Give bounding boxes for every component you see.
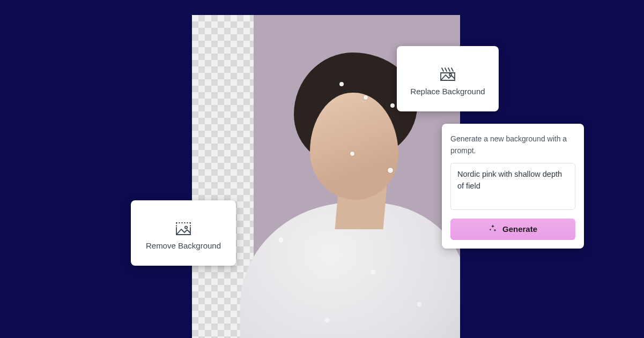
svg-point-1 [185, 226, 187, 228]
svg-point-2 [449, 73, 451, 76]
remove-background-card[interactable]: Remove Background [131, 200, 236, 266]
generate-button[interactable]: Generate [450, 219, 575, 240]
prompt-caption: Generate a new background with a prompt. [450, 133, 575, 156]
replace-background-card[interactable]: Replace Background [397, 46, 499, 111]
replace-bg-label: Replace Background [410, 87, 485, 96]
remove-bg-label: Remove Background [146, 241, 221, 250]
replace-bg-icon [440, 67, 456, 81]
sparkle-icon [488, 224, 497, 234]
prompt-input[interactable] [450, 163, 575, 209]
generate-prompt-panel: Generate a new background with a prompt.… [442, 124, 584, 249]
remove-bg-icon [175, 222, 191, 236]
generate-button-label: Generate [502, 224, 537, 234]
